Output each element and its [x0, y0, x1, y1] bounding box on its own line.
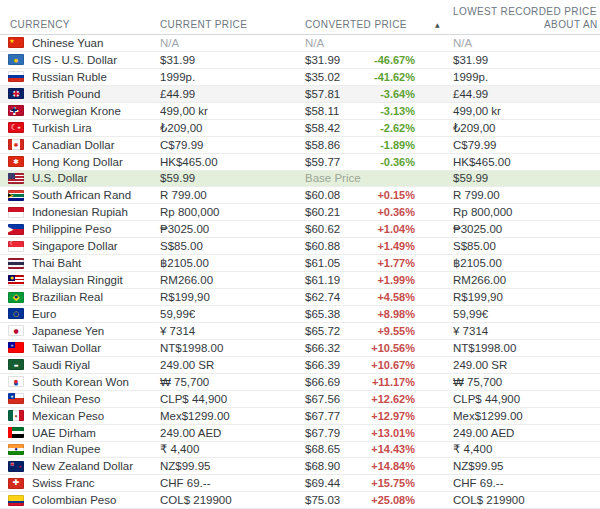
lowest-price: CLP$ 44,900 — [453, 391, 520, 407]
currency-name: Philippine Peso — [32, 221, 111, 237]
current-price: NT$1998.00 — [160, 340, 223, 356]
currency-name: Mexican Peso — [32, 408, 104, 424]
sort-ascending-icon[interactable]: ▲ — [435, 21, 440, 28]
current-price: 249.00 AED — [160, 425, 221, 441]
lowest-price: S$85.00 — [453, 238, 496, 254]
currency-table-body: ★Chinese YuanN/AN/AN/A●CIS - U.S. Dollar… — [0, 35, 600, 509]
lowest-price: ₹ 4,400 — [453, 442, 492, 458]
flag-cell — [8, 492, 24, 508]
current-price: COL$ 219900 — [160, 492, 232, 508]
lowest-price: $59.99 — [453, 171, 488, 187]
flag-icon: ☾ — [8, 241, 24, 252]
table-row: ✖✚British Pound£44.99$57.81-3.64%£44.99 — [0, 86, 600, 103]
flag-icon — [8, 173, 24, 184]
current-price: NZ$99.95 — [160, 458, 211, 474]
flag-cell: ✚✚ — [8, 103, 24, 119]
price-diff-percent: +8.98% — [335, 306, 415, 322]
col-header-current-price[interactable]: CURRENT PRICE — [160, 19, 247, 30]
lowest-price: COL$ 219900 — [453, 492, 525, 508]
table-row: ✚Swiss FrancCHF 69.--$69.44+15.75%CHF 69… — [0, 475, 600, 492]
flag-cell: ★ — [8, 35, 24, 51]
currency-name: Hong Kong Dollar — [32, 154, 123, 170]
currency-name: Indonesian Rupiah — [32, 204, 128, 220]
col-header-lowest-price[interactable]: LOWEST RECORDED PRICE — [453, 6, 597, 17]
flag-icon: ✚ — [8, 478, 24, 489]
flag-icon: ▬ — [8, 359, 24, 370]
flag-cell: ○ — [8, 306, 24, 322]
current-price: ₹ 4,400 — [160, 442, 199, 458]
flag-cell: ● — [8, 442, 24, 458]
price-diff-percent: +0.15% — [335, 187, 415, 203]
current-price: Mex$1299.00 — [160, 408, 230, 424]
price-diff-percent: -1.89% — [335, 137, 415, 153]
table-row: Thai Baht฿2105.00$61.05+1.77%฿2105.00 — [0, 255, 600, 272]
price-diff-percent: +9.55% — [335, 323, 415, 339]
current-price: ₱3025.00 — [160, 221, 209, 237]
flag-cell: ☀ — [8, 340, 24, 356]
lowest-price: 59,99€ — [453, 306, 488, 322]
table-header: CURRENCY CURRENT PRICE CONVERTED PRICE ▲… — [0, 0, 600, 35]
current-price: Rp 800,000 — [160, 204, 219, 220]
price-diff-percent: +12.62% — [335, 391, 415, 407]
table-row: ☀Taiwan DollarNT$1998.00$66.32+10.56%NT$… — [0, 340, 600, 357]
currency-name: Japanese Yen — [32, 323, 104, 339]
table-row: ▬Saudi Riyal249.00 SR$66.39+10.67%249.00… — [0, 357, 600, 374]
flag-cell: ✖✚★ — [8, 458, 24, 474]
table-row: ✱Canadian DollarC$79.99$58.86-1.89%C$79.… — [0, 137, 600, 154]
flag-icon: ✖✚★ — [8, 461, 24, 472]
flag-cell: ▶ — [8, 221, 24, 237]
price-diff-percent: +13.01% — [335, 425, 415, 441]
flag-icon: ★ — [8, 37, 24, 48]
lowest-price: Mex$1299.00 — [453, 408, 523, 424]
table-row: ★Chinese YuanN/AN/AN/A — [0, 35, 600, 52]
price-diff-percent: +14.84% — [335, 458, 415, 474]
current-price: N/A — [160, 35, 179, 51]
flag-icon: ● — [8, 444, 24, 455]
table-row: ✖✚★New Zealand DollarNZ$99.95$68.90+14.8… — [0, 458, 600, 475]
current-price: 1999p. — [160, 69, 195, 85]
lowest-price: Rp 800,000 — [453, 204, 512, 220]
lowest-price: CHF 69.-- — [453, 475, 503, 491]
table-row: ●Mexican PesoMex$1299.00$67.77+12.97%Mex… — [0, 408, 600, 425]
current-price: 249.00 SR — [160, 357, 214, 373]
currency-name: Singapore Dollar — [32, 238, 118, 254]
currency-name: Chinese Yuan — [32, 35, 103, 51]
table-row: ✚✚Norwegian Krone499,00 kr$58.11-3.13%49… — [0, 103, 600, 120]
lowest-price: ฿2105.00 — [453, 255, 502, 271]
current-price: RM266.00 — [160, 272, 213, 288]
flag-icon — [8, 207, 24, 218]
price-diff-percent: +12.97% — [335, 408, 415, 424]
price-diff-percent: +0.36% — [335, 204, 415, 220]
flag-icon: ● — [8, 325, 24, 336]
lowest-price: C$79.99 — [453, 137, 496, 153]
flag-icon: ◆● — [8, 292, 24, 303]
flag-cell: ✱ — [8, 137, 24, 153]
lowest-price: HK$465.00 — [453, 154, 511, 170]
lowest-price: R$199,90 — [453, 289, 503, 305]
currency-name: Russian Ruble — [32, 69, 107, 85]
col-header-converted-price[interactable]: CONVERTED PRICE — [305, 19, 407, 30]
currency-name: Colombian Peso — [32, 492, 116, 508]
price-diff-percent: +1.04% — [335, 221, 415, 237]
flag-cell: ● — [8, 408, 24, 424]
currency-name: Canadian Dollar — [32, 137, 114, 153]
flag-cell: ✖✚ — [8, 86, 24, 102]
current-price: HK$465.00 — [160, 154, 218, 170]
currency-name: Thai Baht — [32, 255, 81, 271]
flag-cell — [8, 69, 24, 85]
table-row: ●CIS - U.S. Dollar$31.99$31.99-46.67%$31… — [0, 52, 600, 69]
flag-icon — [8, 71, 24, 82]
currency-name: CIS - U.S. Dollar — [32, 52, 117, 68]
lowest-price: 499,00 kr — [453, 103, 501, 119]
price-diff-percent: +1.77% — [335, 255, 415, 271]
flag-icon: ☾★ — [8, 122, 24, 133]
price-diff-percent — [335, 171, 415, 187]
current-price: 499,00 kr — [160, 103, 208, 119]
current-price: R$199,90 — [160, 289, 210, 305]
col-header-currency[interactable]: CURRENCY — [10, 19, 70, 30]
currency-name: Saudi Riyal — [32, 357, 90, 373]
table-row: ◆●Brazilian RealR$199,90$62.74+4.58%R$19… — [0, 289, 600, 306]
flag-icon: ▶▶ — [8, 190, 24, 201]
price-diff-percent: -3.13% — [335, 103, 415, 119]
table-row: ●Malaysian RinggitRM266.00$61.19+1.99%RM… — [0, 272, 600, 289]
